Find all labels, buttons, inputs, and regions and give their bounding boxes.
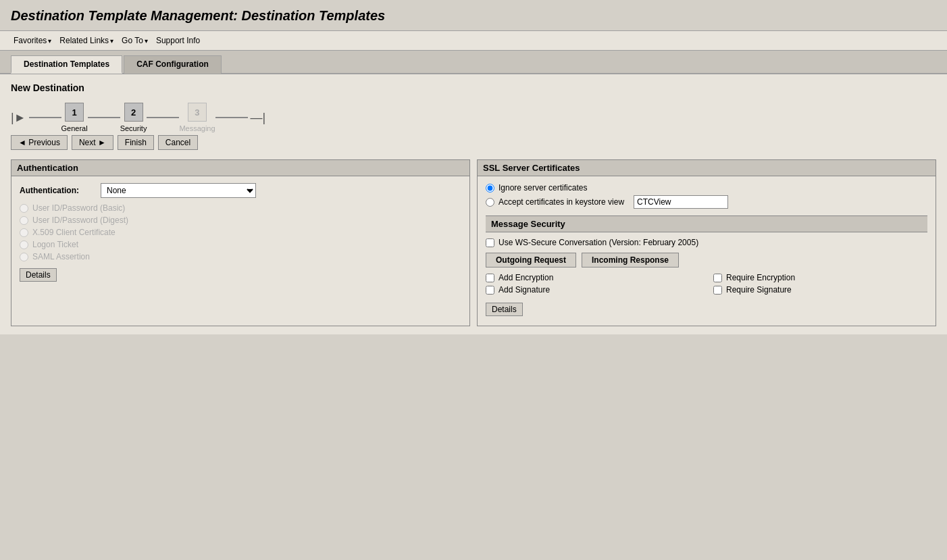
- wizard-end-arrow: —|: [251, 111, 266, 125]
- checkboxes-grid: Add Encryption Require Encryption Add Si…: [486, 273, 927, 295]
- radio-accept-certs[interactable]: Accept certificates in keystore view: [486, 195, 927, 209]
- auth-radio-group: User ID/Password (Basic) User ID/Passwor…: [20, 203, 461, 261]
- auth-panel-header: Authentication: [11, 160, 469, 176]
- ssl-panel-header: SSL Server Certificates: [478, 160, 936, 176]
- add-encryption-checkbox[interactable]: [486, 274, 494, 282]
- auth-select[interactable]: None Basic Digest Certificate Logon Tick…: [101, 183, 256, 198]
- tab-caf-configuration[interactable]: CAF Configuration: [124, 55, 222, 74]
- ssl-details-button[interactable]: Details: [486, 303, 523, 316]
- buttons-bar: ◄ Previous Next ► Finish Cancel: [11, 135, 936, 150]
- wizard-line-1: [29, 117, 61, 118]
- wizard-step-num-2: 2: [124, 103, 143, 122]
- cancel-button[interactable]: Cancel: [158, 135, 198, 150]
- add-signature-checkbox[interactable]: [486, 286, 494, 295]
- msg-btns-row: Outgoing Request Incoming Response: [486, 253, 927, 268]
- wizard-step-label-1: General: [61, 124, 88, 132]
- next-button[interactable]: Next ►: [72, 135, 113, 150]
- wizard-step-3: 3 Messaging: [179, 103, 215, 132]
- radio-logon[interactable]: Logon Ticket: [20, 240, 461, 249]
- page-title: Destination Template Management: Destina…: [0, 0, 947, 31]
- radio-digest[interactable]: User ID/Password (Digest): [20, 215, 461, 225]
- radio-ignore-certs[interactable]: Ignore server certificates: [486, 183, 927, 193]
- wizard-step-label-2: Security: [120, 124, 147, 132]
- auth-select-wrapper: None Basic Digest Certificate Logon Tick…: [101, 183, 256, 198]
- wizard-step-1: 1 General: [61, 103, 88, 132]
- wizard-step-num-3: 3: [188, 103, 207, 122]
- wizard-line-2: [88, 117, 120, 118]
- add-encryption-item: Add Encryption: [486, 273, 700, 282]
- message-security-section: Message Security Use WS-Secure Conversat…: [486, 215, 927, 319]
- menu-support-info[interactable]: Support Info: [153, 34, 204, 47]
- auth-form-row: Authentication: None Basic Digest Certif…: [20, 183, 461, 198]
- previous-button[interactable]: ◄ Previous: [11, 135, 68, 150]
- require-signature-item: Require Signature: [713, 285, 927, 295]
- authentication-panel: Authentication Authentication: None Basi…: [11, 159, 470, 326]
- keystore-input[interactable]: [634, 195, 728, 209]
- outgoing-request-button[interactable]: Outgoing Request: [486, 253, 576, 268]
- incoming-response-button[interactable]: Incoming Response: [582, 253, 679, 268]
- auth-panel-body: Authentication: None Basic Digest Certif…: [11, 176, 469, 288]
- add-signature-item: Add Signature: [486, 285, 700, 295]
- section-title: New Destination: [11, 82, 936, 93]
- ssl-panel-body: Ignore server certificates Accept certif…: [478, 176, 936, 326]
- panels-row: Authentication Authentication: None Basi…: [11, 159, 936, 326]
- auth-details-button[interactable]: Details: [20, 268, 57, 282]
- auth-label: Authentication:: [20, 186, 101, 195]
- require-signature-checkbox[interactable]: [713, 286, 722, 295]
- wizard-step-2: 2 Security: [120, 103, 147, 132]
- wizard-start-arrow: |►: [11, 111, 26, 125]
- menu-favorites[interactable]: Favorites: [11, 34, 54, 47]
- finish-button[interactable]: Finish: [118, 135, 154, 150]
- wizard-line-3: [147, 117, 179, 118]
- wizard-row: |► 1 General 2 Security 3 Messaging: [11, 103, 936, 135]
- ws-secure-row: Use WS-Secure Conversation (Version: Feb…: [486, 238, 927, 247]
- page-wrapper: Destination Template Management: Destina…: [0, 0, 947, 560]
- tab-destination-templates[interactable]: Destination Templates: [11, 55, 122, 74]
- menu-goto[interactable]: Go To: [119, 34, 151, 47]
- wizard-line-4: [215, 117, 248, 118]
- wizard-step-label-3: Messaging: [179, 124, 215, 132]
- ssl-radio-group: Ignore server certificates Accept certif…: [486, 183, 927, 209]
- ws-secure-checkbox[interactable]: [486, 238, 494, 247]
- require-encryption-item: Require Encryption: [713, 273, 927, 282]
- wizard-step-num-1: 1: [65, 103, 84, 122]
- tabs-bar: Destination Templates CAF Configuration: [0, 51, 947, 74]
- content-area: New Destination |► 1 General 2 Security: [0, 74, 947, 334]
- menu-bar: Favorites Related Links Go To Support In…: [0, 31, 947, 51]
- radio-saml[interactable]: SAML Assertion: [20, 252, 461, 261]
- require-encryption-checkbox[interactable]: [713, 274, 722, 282]
- ssl-panel: SSL Server Certificates Ignore server ce…: [477, 159, 936, 326]
- radio-basic[interactable]: User ID/Password (Basic): [20, 203, 461, 213]
- radio-x509[interactable]: X.509 Client Certificate: [20, 228, 461, 237]
- menu-related-links[interactable]: Related Links: [57, 34, 116, 47]
- msg-security-header: Message Security: [486, 215, 927, 232]
